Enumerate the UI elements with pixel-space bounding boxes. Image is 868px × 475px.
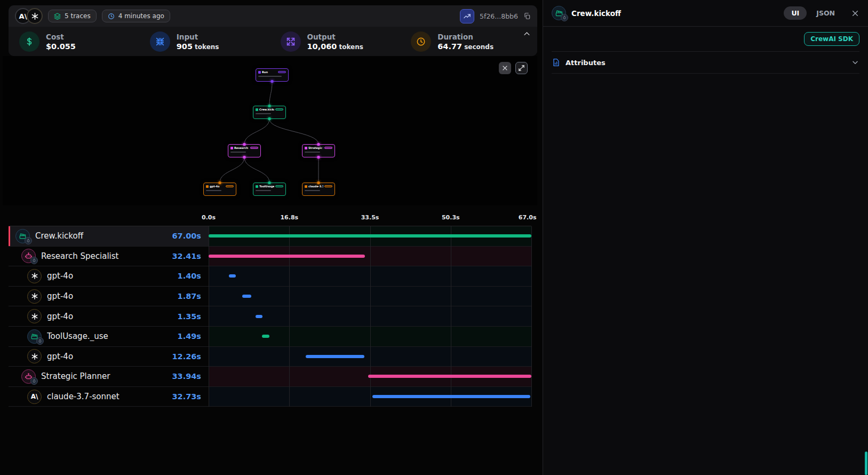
node-type-icon — [305, 185, 307, 188]
waterfall-row-gpt-4o[interactable]: gpt-4o1.35s — [9, 306, 531, 327]
stat-cost: Cost$0.055 — [12, 31, 142, 52]
timeline-bar[interactable] — [256, 315, 262, 318]
waterfall-row-claude-3-7-sonnet[interactable]: A\claude-3.7-sonnet32.73s — [9, 387, 531, 407]
trending-up-icon — [463, 12, 471, 20]
graph-node-research[interactable]: Research Speciali... — [228, 144, 261, 157]
node-type-icon — [256, 185, 258, 188]
node-title: ToolUsage._use — [259, 185, 274, 188]
stat-value: 64.77seconds — [437, 42, 493, 51]
close-icon — [851, 9, 859, 18]
node-type-icon — [230, 147, 233, 149]
arrows-in-glyph — [155, 37, 165, 46]
graph-node-gpt[interactable]: gpt-4o — [203, 183, 236, 196]
graph-edge — [244, 157, 269, 183]
waterfall-row-gpt-4o[interactable]: gpt-4o1.87s — [9, 287, 531, 307]
node-subtitle — [256, 113, 271, 114]
graph-close-button[interactable] — [499, 62, 511, 74]
graph-edge — [269, 82, 272, 106]
app-root: A\ 5 traces 4 minutes ago 5f26...8bb6 Co… — [0, 0, 868, 475]
node-subtitle — [305, 190, 320, 191]
sdk-row: CrewAI SDK — [552, 27, 859, 52]
node-badge — [278, 71, 286, 73]
node-title: Research Speciali... — [234, 146, 249, 149]
span-duration: 67.00s — [172, 232, 209, 240]
waterfall-row-toolusage-use[interactable]: ToolUsage._use1.49s — [9, 327, 531, 347]
openai-logo-glyph — [31, 12, 39, 20]
scrollbar-thumb[interactable] — [865, 452, 867, 475]
expand-icon — [518, 65, 525, 72]
stat-value: 905tokens — [177, 42, 219, 51]
axis-tick: 0.0s — [202, 214, 216, 221]
stat-unit: seconds — [464, 43, 493, 51]
timeline-lane — [209, 306, 531, 326]
graph-edge — [244, 119, 269, 144]
openai-icon — [27, 349, 42, 363]
node-subtitle — [230, 152, 246, 153]
span-name: Research Specialist — [41, 251, 167, 261]
clock-icon — [411, 31, 431, 52]
timeline-lane — [209, 367, 531, 386]
agent-robot-icon — [21, 249, 36, 263]
stats-row: Cost$0.055Input905tokensOutput10,060toke… — [9, 27, 537, 56]
timeline-bar[interactable] — [229, 274, 236, 278]
crew-clapperboard-icon — [27, 329, 42, 344]
node-badge — [226, 185, 234, 187]
node-subtitle — [256, 190, 271, 191]
traces-count-label: 5 traces — [65, 12, 91, 20]
crewai-mini-badge-icon — [30, 377, 38, 385]
timeline-bar[interactable] — [372, 395, 530, 398]
timeline-bar[interactable] — [209, 234, 531, 238]
graph-node-tool[interactable]: ToolUsage._use — [253, 183, 286, 196]
attributes-section-toggle[interactable]: Attributes — [552, 52, 859, 74]
waterfall-row-crew-kickoff[interactable]: Crew.kickoff67.00s — [9, 226, 531, 247]
traces-count-badge[interactable]: 5 traces — [48, 10, 97, 22]
copy-icon[interactable] — [523, 12, 531, 20]
anthropic-glyph: A\ — [31, 393, 38, 400]
span-name: Crew.kickoff — [35, 231, 167, 241]
graph-node-crew[interactable]: Crew.kickoff — [253, 106, 286, 119]
timeline-bar[interactable] — [242, 295, 251, 298]
node-badge — [275, 185, 283, 187]
waterfall-row-gpt-4o[interactable]: gpt-4o12.26s — [9, 347, 531, 367]
waterfall-time-axis: 0.0s16.8s33.5s50.3s67.0s — [9, 210, 531, 226]
graph-node-strategic[interactable]: Strategic Planner — [302, 144, 335, 157]
stat-label: Duration — [437, 33, 493, 41]
node-connector-top — [219, 181, 221, 184]
node-type-icon — [206, 185, 209, 188]
stat-label: Input — [177, 33, 219, 41]
openai-glyph — [31, 292, 38, 300]
graph-expand-button[interactable] — [515, 62, 528, 74]
node-type-icon — [305, 147, 307, 149]
span-duration: 1.40s — [178, 272, 209, 280]
graph-node-run[interactable]: Run — [256, 68, 289, 82]
span-duration: 1.35s — [178, 312, 209, 321]
trace-age-badge[interactable]: 4 minutes ago — [102, 10, 170, 22]
timeline-lane — [209, 287, 531, 306]
timeline-lane — [209, 327, 531, 346]
arrows-out-glyph — [286, 37, 296, 46]
openai-glyph — [31, 353, 38, 360]
crewai-mini-badge-icon — [25, 237, 32, 244]
timeline-lane — [209, 226, 531, 246]
metrics-button[interactable] — [460, 9, 474, 23]
timeline-lane — [209, 387, 531, 407]
timeline-bar[interactable] — [306, 355, 365, 358]
waterfall-row-gpt-4o[interactable]: gpt-4o1.40s — [9, 266, 531, 287]
axis-tick: 67.0s — [519, 214, 537, 221]
waterfall-row-research-specialist[interactable]: Research Specialist32.41s — [9, 247, 531, 267]
timeline-bar[interactable] — [209, 255, 365, 258]
openai-logo-icon — [27, 8, 43, 24]
provider-logos: A\ — [15, 8, 43, 24]
span-name: Strategic Planner — [41, 371, 167, 381]
graph-node-claude[interactable]: claude-3.7-sonnet — [302, 183, 335, 196]
timeline-bar[interactable] — [368, 375, 531, 378]
sdk-badge: CrewAI SDK — [804, 32, 859, 46]
tab-json[interactable]: JSON — [809, 6, 842, 20]
waterfall-row-strategic-planner[interactable]: Strategic Planner33.94s — [9, 367, 531, 387]
span-duration: 32.41s — [172, 252, 209, 260]
collapse-chevron-glyph — [523, 30, 531, 38]
span-name: claude-3.7-sonnet — [47, 392, 167, 401]
tab-ui[interactable]: UI — [784, 6, 807, 20]
node-connector-top — [317, 181, 320, 184]
timeline-bar[interactable] — [262, 335, 269, 338]
